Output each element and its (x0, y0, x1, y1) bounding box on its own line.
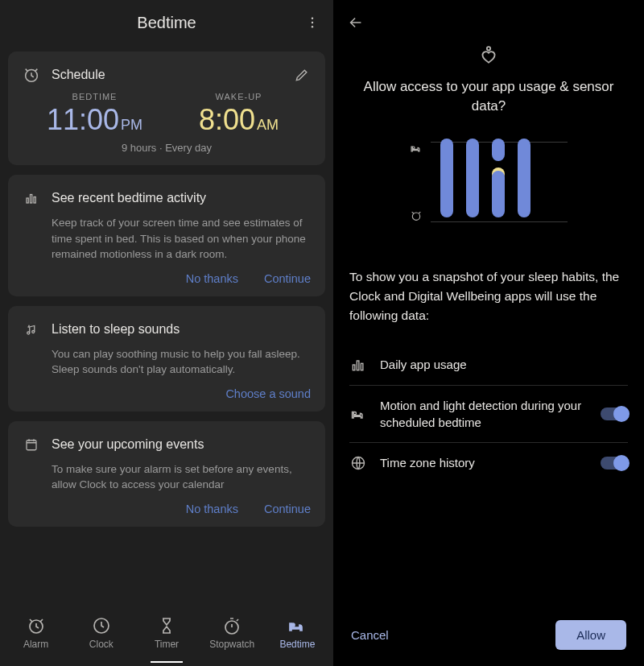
nav-clock[interactable]: Clock (68, 616, 134, 666)
activity-title: See recent bedtime activity (52, 191, 311, 205)
bedtime-label: BEDTIME (23, 92, 167, 101)
bottom-nav: Alarm Clock Timer Stopwatch Bedtime (0, 611, 333, 666)
back-button[interactable] (343, 10, 369, 35)
svg-rect-4 (27, 198, 28, 203)
sounds-title: Listen to sleep sounds (52, 322, 311, 337)
svg-point-7 (27, 332, 30, 334)
activity-card: See recent bedtime activity Keep track o… (8, 175, 325, 296)
nav-timer[interactable]: Timer (134, 616, 199, 666)
alarm-icon (27, 616, 46, 635)
nav-alarm[interactable]: Alarm (3, 616, 68, 666)
bedtime-screen: Bedtime Schedule BEDTIME (0, 0, 333, 666)
svg-point-13 (291, 623, 295, 627)
alarm-icon (410, 209, 423, 225)
globe-icon (349, 454, 367, 472)
dialog-description: To show you a snapshot of your sleep hab… (349, 267, 628, 325)
sleep-chart (410, 139, 568, 235)
bed-icon (287, 616, 307, 635)
bedtime-column[interactable]: BEDTIME 11:00PM (23, 92, 167, 137)
hourglass-icon (157, 616, 176, 635)
clock-icon (92, 616, 111, 635)
page-title: Bedtime (137, 14, 196, 32)
bar-chart-icon (23, 189, 40, 207)
stopwatch-icon (222, 616, 242, 635)
svg-point-14 (487, 47, 490, 50)
more-vert-icon (305, 15, 320, 30)
more-menu-button[interactable] (301, 11, 324, 34)
schedule-heading: Schedule (52, 68, 105, 82)
svg-point-0 (312, 18, 313, 19)
bar-chart-icon (349, 356, 367, 374)
svg-point-15 (412, 147, 415, 149)
nav-stopwatch[interactable]: Stopwatch (200, 616, 265, 666)
wakeup-column[interactable]: WAKE-UP 8:00AM (167, 92, 311, 137)
sounds-body: You can play soothing music to help you … (52, 346, 311, 378)
schedule-subtitle: 9 hours · Every day (23, 142, 311, 154)
permission-dialog: Allow access to your app usage & sensor … (333, 0, 644, 666)
svg-point-1 (312, 22, 313, 23)
pencil-icon (294, 67, 310, 83)
svg-rect-19 (361, 363, 363, 370)
sounds-card: Listen to sleep sounds You can play soot… (8, 306, 325, 412)
events-title: See your upcoming events (52, 437, 311, 452)
schedule-card: Schedule BEDTIME 11:00PM WAKE-UP 8:00AM … (8, 52, 325, 165)
svg-rect-6 (34, 197, 35, 204)
activity-body: Keep track of your screen time and see e… (52, 215, 311, 263)
events-body: To make sure your alarm is set before an… (52, 461, 311, 493)
wake-label: WAKE-UP (167, 92, 311, 101)
dialog-header (333, 0, 644, 45)
dialog-title: Allow access to your app usage & sensor … (349, 77, 628, 116)
svg-point-20 (353, 412, 356, 414)
timezone-toggle[interactable] (601, 457, 628, 470)
alarm-icon (23, 66, 40, 84)
edit-button[interactable] (293, 66, 311, 84)
svg-point-16 (412, 213, 419, 220)
activity-no-thanks-button[interactable]: No thanks (186, 272, 238, 285)
item-timezone: Time zone history (349, 442, 628, 483)
wellbeing-icon (478, 45, 499, 69)
nav-bedtime[interactable]: Bedtime (265, 616, 330, 666)
svg-point-8 (32, 330, 35, 333)
bedtime-value: 11:00PM (23, 103, 167, 137)
cancel-button[interactable]: Cancel (351, 628, 389, 642)
activity-continue-button[interactable]: Continue (264, 272, 311, 285)
cards-scroll[interactable]: Schedule BEDTIME 11:00PM WAKE-UP 8:00AM … (0, 45, 333, 611)
svg-rect-9 (27, 441, 36, 450)
music-note-icon (23, 321, 40, 338)
bed-icon (410, 142, 423, 158)
events-card: See your upcoming events To make sure yo… (8, 421, 325, 527)
header: Bedtime (0, 0, 333, 45)
svg-point-2 (312, 26, 313, 27)
allow-button[interactable]: Allow (555, 620, 626, 650)
events-continue-button[interactable]: Continue (264, 503, 311, 515)
svg-rect-5 (31, 195, 32, 204)
calendar-icon (23, 436, 40, 453)
svg-rect-17 (353, 365, 355, 370)
item-usage: Daily app usage (349, 345, 628, 385)
wake-value: 8:00AM (167, 103, 311, 137)
item-motion: Motion and light detection during your s… (349, 385, 628, 442)
bed-icon (349, 405, 367, 423)
arrow-left-icon (347, 14, 365, 31)
svg-rect-18 (357, 361, 359, 370)
dialog-footer: Cancel Allow (333, 603, 644, 666)
data-list: Daily app usage Motion and light detecti… (349, 345, 628, 483)
choose-sound-button[interactable]: Choose a sound (225, 387, 311, 400)
motion-toggle[interactable] (601, 407, 628, 420)
events-no-thanks-button[interactable]: No thanks (186, 503, 238, 515)
